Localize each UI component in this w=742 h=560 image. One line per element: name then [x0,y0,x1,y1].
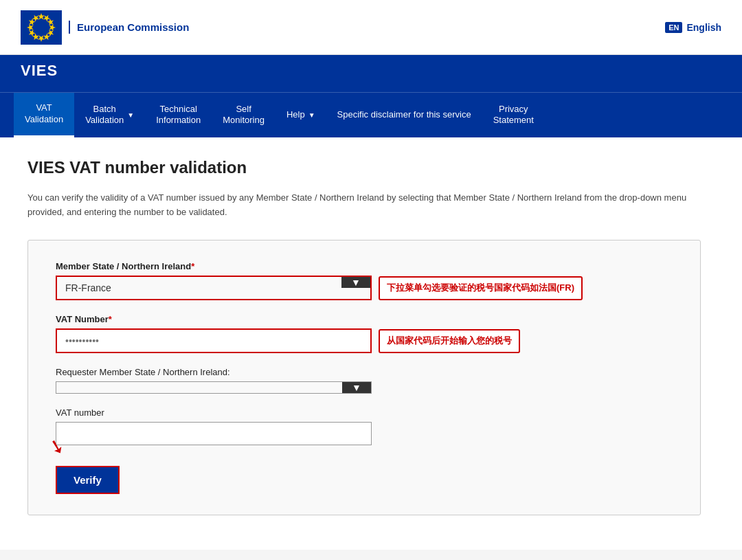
logo-area: European Commission [21,10,189,45]
requester-member-state-group: Requester Member State / Northern Irelan… [56,367,673,394]
lang-badge: EN [665,22,682,33]
commission-name: European Commission [69,21,189,34]
annotation-select: 下拉菜单勾选要验证的税号国家代码如法国(FR) [379,276,583,300]
requester-vat-input[interactable] [56,422,372,445]
vat-number-input[interactable] [56,328,372,353]
main-content: VIES VAT number validation You can verif… [0,137,742,550]
requester-state-value [56,382,342,393]
nav-item-help[interactable]: Help ▼ [276,93,326,137]
lang-label: English [686,22,721,33]
verify-row: ➘ Verify [56,459,673,494]
help-chevron-icon: ▼ [308,111,315,120]
verify-button[interactable]: Verify [56,466,120,494]
vat-number-group: VAT Number* 从国家代码后开始输入您的税号 [56,314,673,353]
eu-logo-icon [21,10,62,45]
requester-vat-group: VAT number [56,407,673,445]
member-state-label: Member State / Northern Ireland* [56,261,673,271]
nav-item-disclaimer[interactable]: Specific disclaimer for this service [326,93,482,137]
nav-item-vat-validation[interactable]: VATValidation [14,93,74,137]
requester-state-dropdown-btn[interactable]: ▼ [342,382,371,393]
member-state-value: FR-France [57,277,341,299]
top-header: European Commission EN English [0,0,742,55]
requester-label: Requester Member State / Northern Irelan… [56,367,673,377]
batch-chevron-icon: ▼ [127,111,134,120]
vies-title: VIES [21,62,721,80]
required-asterisk: * [191,261,194,271]
requester-vat-label: VAT number [56,407,673,418]
page-title: VIES VAT number validation [27,158,715,177]
nav-item-self-monitoring[interactable]: SelfMonitoring [212,93,276,137]
nav-item-batch-validation[interactable]: BatchValidation ▼ [74,93,145,137]
nav-item-privacy[interactable]: PrivacyStatement [482,93,545,137]
nav-item-technical-information[interactable]: TechnicalInformation [145,93,212,137]
required-asterisk-vat: * [109,314,112,324]
vat-number-label: VAT Number* [56,314,673,324]
member-state-dropdown-btn[interactable]: ▼ [341,277,370,288]
annotation-vat: 从国家代码后开始输入您的税号 [379,329,520,352]
member-state-group: Member State / Northern Ireland* FR-Fran… [56,261,673,300]
form-container: Member State / Northern Ireland* FR-Fran… [27,240,701,515]
page-description: You can verify the validity of a VAT num… [27,191,687,220]
vies-title-bar: VIES [0,55,742,92]
language-selector[interactable]: EN English [665,22,721,33]
nav-bar: VATValidation BatchValidation ▼ Technica… [0,92,742,137]
